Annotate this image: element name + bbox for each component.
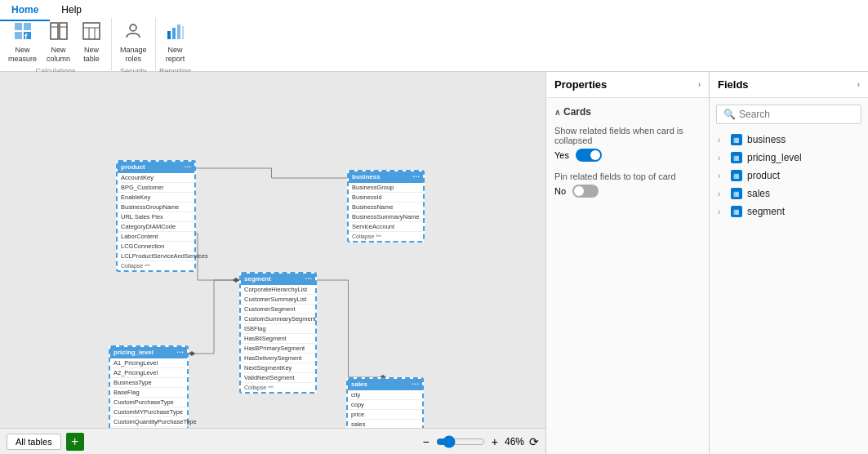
new-column-button[interactable]: Newcolumn — [42, 21, 75, 64]
new-measure-icon: f — [13, 21, 33, 44]
table-row: city — [348, 390, 422, 400]
db-table-segment[interactable]: segment ⋯ CorporateHierarchyListCustomer… — [239, 272, 317, 394]
zoom-plus-button[interactable]: + — [490, 435, 500, 448]
properties-title: Properties — [554, 78, 607, 91]
pin-related-toggle[interactable] — [572, 185, 599, 198]
show-related-toggle[interactable] — [576, 149, 602, 162]
table-row: CustomSummarySegment — [241, 314, 315, 324]
table-row: BusinessName — [349, 203, 423, 212]
field-table-icon: ▦ — [731, 206, 742, 217]
field-expand-icon: › — [718, 189, 726, 198]
table-row: price — [348, 410, 422, 420]
ribbon-group-reporting: Newreport Reporting — [156, 18, 195, 72]
db-table-collapse-product[interactable]: Collapse ^^ — [118, 261, 194, 270]
svg-rect-15 — [172, 28, 176, 39]
table-row: A1_PricingLevel — [110, 358, 187, 368]
table-row: NextSegmentKey — [241, 363, 315, 373]
field-label: product — [747, 170, 780, 181]
table-row: HasBPrimarySegment — [241, 344, 315, 354]
fields-header: Fields › — [710, 72, 868, 98]
table-row: LCLProductServiceAndServices — [118, 251, 194, 261]
prop-show-related: Show related fields when card is collaps… — [554, 126, 701, 162]
table-row: BusinessGroup — [349, 183, 423, 193]
zoom-refresh-button[interactable]: ⟳ — [529, 435, 539, 448]
all-tables-button[interactable]: All tables — [7, 434, 61, 450]
cards-chevron-icon: ∧ — [554, 108, 560, 117]
new-column-label: Newcolumn — [47, 46, 70, 64]
new-table-button[interactable]: Newtable — [75, 21, 108, 64]
svg-rect-2 — [15, 32, 22, 39]
cards-section-title[interactable]: ∧ Cards — [554, 106, 701, 118]
ribbon-group-calculations-items: f Newmeasure Newcolumn Newtable — [3, 18, 108, 67]
svg-rect-1 — [24, 23, 31, 30]
table-row: BusinessType — [110, 378, 187, 388]
svg-marker-22 — [233, 278, 239, 283]
search-input[interactable] — [739, 109, 861, 120]
table-row: CustomPurchaseType — [110, 398, 187, 407]
svg-marker-23 — [189, 351, 195, 356]
field-expand-icon: › — [718, 171, 726, 180]
properties-header: Properties › — [546, 72, 709, 98]
new-report-button[interactable]: Newreport — [159, 21, 192, 64]
new-report-label: Newreport — [166, 46, 185, 64]
properties-expand-icon[interactable]: › — [698, 80, 701, 89]
search-icon: 🔍 — [723, 109, 736, 120]
table-row: LaborContent — [118, 232, 194, 242]
show-related-thumb — [590, 150, 600, 160]
field-item-pricing_level[interactable]: › ▦ pricing_level — [710, 149, 868, 167]
field-table-icon: ▦ — [731, 134, 742, 145]
pin-related-value: No — [554, 185, 701, 198]
cards-label: Cards — [563, 106, 591, 118]
field-expand-icon: › — [718, 136, 726, 145]
field-item-sales[interactable]: › ▦ sales — [710, 185, 868, 203]
field-label: business — [747, 134, 786, 145]
pin-related-thumb — [574, 186, 584, 196]
table-row: BusinessId — [349, 193, 423, 203]
db-table-business[interactable]: business ⋯ BusinessGroupBusinessIdBusine… — [347, 170, 425, 243]
db-table-collapse-business[interactable]: Collapse ^^ — [349, 232, 423, 241]
new-table-label: Newtable — [83, 46, 100, 64]
field-table-icon: ▦ — [731, 152, 742, 163]
zoom-slider[interactable] — [436, 435, 485, 448]
db-table-header-segment: segment ⋯ — [241, 274, 315, 285]
field-item-segment[interactable]: › ▦ segment — [710, 203, 868, 220]
db-table-product[interactable]: product ⋯ AccountKeyBPG_CustomerEnableKe… — [116, 160, 196, 272]
table-row: ServiceAccount — [349, 222, 423, 232]
field-item-business[interactable]: › ▦ business — [710, 131, 868, 149]
canvas-area[interactable]: product ⋯ AccountKeyBPG_CustomerEnableKe… — [0, 72, 545, 454]
fields-expand-icon[interactable]: › — [857, 80, 860, 89]
field-table-icon: ▦ — [731, 188, 742, 199]
field-item-product[interactable]: › ▦ product — [710, 167, 868, 185]
svg-rect-5 — [51, 23, 58, 39]
ribbon-group-reporting-items: Newreport — [159, 18, 192, 67]
svg-rect-9 — [83, 23, 100, 39]
properties-panel: Properties › ∧ Cards Show related fields… — [545, 72, 709, 454]
table-row: A2_PricingLevel — [110, 368, 187, 378]
field-label: segment — [747, 206, 785, 217]
manage-roles-icon — [123, 21, 143, 44]
db-table-header-pricing_level: pricing_level ⋯ — [110, 347, 187, 358]
properties-section: ∧ Cards Show related fields when card is… — [546, 98, 709, 216]
new-measure-label: Newmeasure — [8, 46, 37, 64]
svg-point-13 — [130, 24, 136, 31]
search-box[interactable]: 🔍 — [716, 105, 861, 124]
zoom-minus-button[interactable]: − — [421, 435, 431, 448]
new-report-icon — [166, 21, 185, 44]
table-row: CustomQuantityPurchaseType — [110, 417, 187, 427]
new-measure-button[interactable]: f Newmeasure — [3, 21, 42, 64]
show-related-value-label: Yes — [554, 150, 569, 160]
manage-roles-label: Manageroles — [120, 46, 147, 64]
ribbon-content: f Newmeasure Newcolumn Newtable — [0, 18, 868, 72]
table-row: BusinessSummaryName — [349, 212, 423, 222]
ribbon-group-calculations: f Newmeasure Newcolumn Newtable — [0, 18, 112, 72]
field-label: sales — [747, 188, 770, 199]
table-row: BPG_Customer — [118, 183, 194, 193]
fields-title: Fields — [718, 78, 749, 91]
db-table-collapse-segment[interactable]: Collapse ^^ — [241, 383, 315, 392]
table-row: EnableKey — [118, 193, 194, 203]
table-row: ValidNextSegment — [241, 373, 315, 383]
app-body: product ⋯ AccountKeyBPG_CustomerEnableKe… — [0, 72, 868, 454]
add-table-button[interactable]: + — [66, 433, 84, 451]
pin-related-label: Pin related fields to top of card — [554, 171, 701, 181]
manage-roles-button[interactable]: Manageroles — [115, 21, 152, 64]
